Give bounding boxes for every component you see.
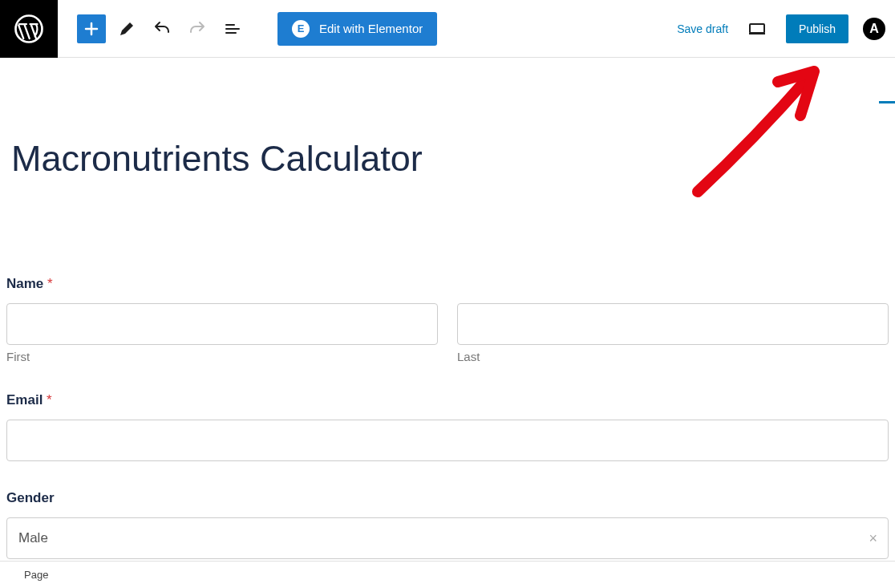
editor-footer-breadcrumb: Page — [0, 561, 895, 588]
desktop-icon — [747, 19, 767, 39]
required-indicator: * — [47, 276, 53, 291]
gender-select[interactable]: Male — [6, 517, 889, 559]
editor-content-area: Macronutrients Calculator Name * First L… — [0, 58, 895, 561]
edit-with-elementor-button[interactable]: E Edit with Elementor — [277, 12, 437, 46]
undo-icon — [152, 19, 172, 39]
clear-selection-button[interactable]: × — [869, 530, 877, 547]
pencil-icon — [117, 19, 136, 39]
list-view-icon — [223, 19, 242, 39]
first-name-sublabel: First — [6, 350, 438, 363]
gender-label: Gender — [6, 490, 889, 506]
last-name-sublabel: Last — [457, 350, 889, 363]
add-block-button[interactable] — [77, 14, 106, 43]
theme-settings-button[interactable]: A — [863, 18, 885, 40]
first-name-input[interactable] — [6, 303, 438, 345]
elementor-icon: E — [292, 20, 310, 38]
redo-icon — [188, 19, 207, 39]
save-draft-button[interactable]: Save draft — [677, 22, 728, 35]
undo-button[interactable] — [148, 14, 176, 43]
email-label: Email * — [6, 392, 889, 408]
theme-badge-icon: A — [869, 22, 879, 36]
required-indicator: * — [47, 392, 52, 408]
form-preview: Name * First Last Email * Ge — [6, 276, 889, 559]
sidebar-drag-indicator — [879, 101, 895, 103]
last-name-input[interactable] — [457, 303, 889, 345]
email-field-group: Email * — [6, 392, 889, 461]
breadcrumb-item[interactable]: Page — [24, 569, 48, 581]
svg-rect-1 — [750, 24, 764, 33]
top-toolbar: E Edit with Elementor Save draft Publish… — [0, 0, 895, 58]
elementor-button-label: Edit with Elementor — [319, 22, 423, 35]
name-label: Name * — [6, 276, 889, 292]
toolbar-right-group: Save draft Publish A — [677, 14, 895, 43]
document-overview-button[interactable] — [218, 14, 247, 43]
gender-field-group: Gender Male × — [6, 490, 889, 559]
toolbar-left-group: E Edit with Elementor — [58, 12, 437, 46]
plus-icon — [82, 19, 101, 39]
redo-button[interactable] — [183, 14, 212, 43]
publish-button[interactable]: Publish — [786, 14, 848, 43]
wordpress-logo-button[interactable] — [0, 0, 58, 58]
name-field-group: Name * First Last — [6, 276, 889, 363]
email-input[interactable] — [6, 420, 889, 461]
edit-mode-button[interactable] — [112, 14, 141, 43]
page-title[interactable]: Macronutrients Calculator — [11, 138, 889, 180]
preview-button[interactable] — [743, 14, 771, 43]
wordpress-icon — [14, 14, 43, 43]
